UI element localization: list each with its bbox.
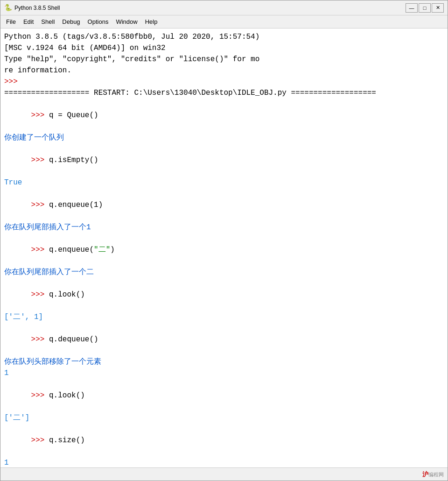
- shell-output-6: 你在队列头部移除了一个元素: [4, 356, 444, 368]
- maximize-button[interactable]: □: [419, 3, 431, 13]
- shell-line-8: >>> q.size(): [4, 424, 444, 457]
- shell-output-2: True: [4, 177, 444, 188]
- menu-file[interactable]: File: [2, 17, 20, 27]
- shell-output-3: 你在队列尾部插入了一个1: [4, 222, 444, 233]
- shell-line-5: >>> q.look(): [4, 278, 444, 311]
- main-window: 🐍 Python 3.8.5 Shell — □ ✕ File Edit She…: [0, 0, 448, 481]
- title-bar: 🐍 Python 3.8.5 Shell — □ ✕: [0, 0, 448, 15]
- intro-line-1: Python 3.8.5 (tags/v3.8.5:580fbb0, Jul 2…: [4, 31, 444, 42]
- shell-line-4: >>> q.enqueue("二"): [4, 233, 444, 267]
- shell-line-3: >>> q.enqueue(1): [4, 188, 444, 222]
- bottom-bar: 沪编程网: [0, 467, 448, 481]
- menu-shell[interactable]: Shell: [37, 17, 58, 27]
- restart-line: =================== RESTART: C:\Users\13…: [4, 87, 444, 99]
- shell-line-6: >>> q.dequeue(): [4, 323, 444, 356]
- shell-output-num-1: 1: [4, 368, 444, 379]
- watermark: 沪编程网: [422, 470, 444, 479]
- shell-output-1: 你创建了一个队列: [4, 132, 444, 143]
- shell-output[interactable]: Python 3.8.5 (tags/v3.8.5:580fbb0, Jul 2…: [0, 28, 448, 467]
- shell-output-7: ['二']: [4, 412, 444, 424]
- window-controls: — □ ✕: [406, 3, 444, 13]
- shell-output-8: 1: [4, 457, 444, 467]
- menu-debug[interactable]: Debug: [58, 17, 84, 27]
- shell-line-2: >>> q.isEmpty(): [4, 143, 444, 177]
- menu-help[interactable]: Help: [141, 17, 161, 27]
- menu-bar: File Edit Shell Debug Options Window Hel…: [0, 15, 448, 28]
- prompt-icon: >>>: [31, 111, 49, 120]
- intro-line-4: re information.: [4, 65, 444, 76]
- shell-output-5: ['二', 1]: [4, 311, 444, 323]
- shell-line-7: >>> q.look(): [4, 379, 444, 412]
- window-title: Python 3.8.5 Shell: [14, 5, 406, 11]
- close-button[interactable]: ✕: [432, 3, 444, 13]
- shell-line-1: >>> q = Queue(): [4, 99, 444, 132]
- menu-options[interactable]: Options: [84, 17, 112, 27]
- shell-output-4: 你在队列尾部插入了一个二: [4, 267, 444, 278]
- intro-line-3: Type "help", "copyright", "credits" or "…: [4, 54, 444, 65]
- intro-line-2: [MSC v.1924 64 bit (AMD64)] on win32: [4, 42, 444, 54]
- minimize-button[interactable]: —: [406, 3, 418, 13]
- app-icon: 🐍: [4, 4, 12, 12]
- first-prompt: >>>: [4, 76, 444, 87]
- menu-edit[interactable]: Edit: [20, 17, 37, 27]
- menu-window[interactable]: Window: [112, 17, 141, 27]
